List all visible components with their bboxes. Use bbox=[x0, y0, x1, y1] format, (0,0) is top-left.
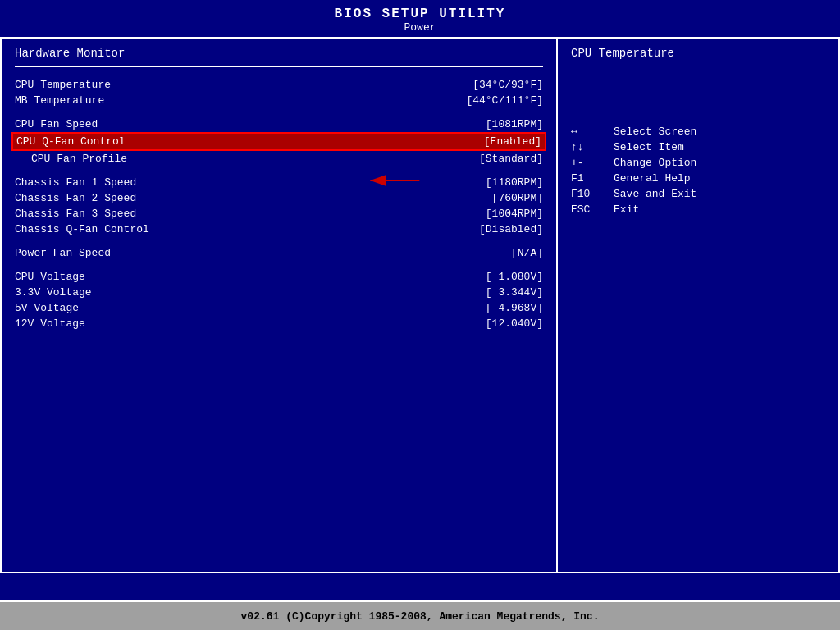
menu-item-label-v5-voltage: 5V Voltage bbox=[15, 302, 79, 314]
menu-item-value-cpu-voltage: [ 1.080V] bbox=[486, 271, 543, 283]
menu-item-value-cpu-qfan: [Enabled] bbox=[484, 135, 541, 148]
menu-item-cpu-voltage[interactable]: CPU Voltage[ 1.080V] bbox=[15, 269, 543, 285]
menu-item-label-chassis-fan2: Chassis Fan 2 Speed bbox=[15, 192, 136, 204]
menu-item-value-cpu-fan-profile: [Standard] bbox=[479, 153, 543, 165]
menu-item-chassis-fan2[interactable]: Chassis Fan 2 Speed[760RPM] bbox=[15, 190, 543, 206]
key-help-item: ↔Select Screen bbox=[571, 126, 825, 138]
right-panel-title: CPU Temperature bbox=[571, 47, 825, 60]
menu-item-value-power-fan: [N/A] bbox=[511, 247, 543, 259]
menu-item-cpu-fan-speed[interactable]: CPU Fan Speed[1081RPM] bbox=[15, 116, 543, 132]
menu-item-cpu-qfan[interactable]: CPU Q-Fan Control[Enabled] bbox=[11, 132, 546, 151]
right-panel: CPU Temperature ↔Select Screen↑↓Select I… bbox=[558, 39, 840, 573]
key-description: Change Option bbox=[614, 157, 696, 169]
menu-item-label-cpu-fan-profile: CPU Fan Profile bbox=[15, 153, 127, 165]
spacer bbox=[15, 261, 543, 269]
key-help-item: +-Change Option bbox=[571, 157, 825, 169]
key-help-item: ↑↓Select Item bbox=[571, 141, 825, 153]
key-description: Exit bbox=[614, 203, 639, 216]
menu-item-v33-voltage[interactable]: 3.3V Voltage[ 3.344V] bbox=[15, 285, 543, 300]
menu-item-label-cpu-voltage: CPU Voltage bbox=[15, 271, 85, 283]
key-symbol: F1 bbox=[571, 172, 604, 185]
menu-item-value-cpu-fan-speed: [1081RPM] bbox=[486, 118, 543, 130]
menu-item-power-fan[interactable]: Power Fan Speed[N/A] bbox=[15, 245, 543, 261]
menu-item-chassis-qfan[interactable]: Chassis Q-Fan Control[Disabled] bbox=[15, 221, 543, 237]
menu-item-label-cpu-temp: CPU Temperature bbox=[15, 79, 111, 91]
menu-item-chassis-fan3[interactable]: Chassis Fan 3 Speed[1004RPM] bbox=[15, 206, 543, 221]
menu-item-value-chassis-qfan: [Disabled] bbox=[479, 223, 543, 235]
left-panel-title: Hardware Monitor bbox=[15, 47, 543, 60]
menu-item-value-chassis-fan3: [1004RPM] bbox=[486, 208, 543, 220]
menu-item-label-mb-temp: MB Temperature bbox=[15, 94, 104, 107]
spacer bbox=[15, 108, 543, 116]
header-subtitle: Power bbox=[0, 21, 840, 34]
key-symbol: ↔ bbox=[571, 126, 604, 138]
key-description: Save and Exit bbox=[614, 188, 696, 200]
menu-item-label-cpu-fan-speed: CPU Fan Speed bbox=[15, 118, 98, 130]
menu-item-value-cpu-temp: [34°C/93°F] bbox=[472, 79, 543, 91]
menu-item-label-power-fan: Power Fan Speed bbox=[15, 247, 111, 259]
menu-item-value-v33-voltage: [ 3.344V] bbox=[486, 286, 543, 299]
menu-item-cpu-fan-profile[interactable]: CPU Fan Profile[Standard] bbox=[15, 151, 543, 167]
key-help-item: F10Save and Exit bbox=[571, 188, 825, 200]
menu-item-value-chassis-fan1: [1180RPM] bbox=[486, 176, 543, 189]
menu-item-label-v12-voltage: 12V Voltage bbox=[15, 317, 85, 330]
key-help-item: ESCExit bbox=[571, 203, 825, 216]
menu-item-label-cpu-qfan: CPU Q-Fan Control bbox=[16, 135, 126, 148]
key-symbol: F10 bbox=[571, 188, 604, 200]
divider bbox=[15, 66, 543, 67]
footer-text: v02.61 (C)Copyright 1985-2008, American … bbox=[241, 610, 600, 623]
header-title: BIOS SETUP UTILITY bbox=[0, 7, 840, 21]
menu-item-value-mb-temp: [44°C/111°F] bbox=[466, 94, 543, 107]
key-symbol: +- bbox=[571, 157, 604, 169]
footer: v02.61 (C)Copyright 1985-2008, American … bbox=[0, 600, 840, 630]
menu-item-chassis-fan1[interactable]: Chassis Fan 1 Speed[1180RPM] bbox=[15, 175, 543, 190]
menu-item-v5-voltage[interactable]: 5V Voltage[ 4.968V] bbox=[15, 300, 543, 316]
menu-item-value-chassis-fan2: [760RPM] bbox=[492, 192, 543, 204]
spacer bbox=[15, 237, 543, 245]
menu-item-v12-voltage[interactable]: 12V Voltage[12.040V] bbox=[15, 316, 543, 331]
key-description: Select Screen bbox=[614, 126, 696, 138]
key-description: General Help bbox=[614, 172, 691, 185]
left-panel: Hardware Monitor CPU Temperature[34°C/93… bbox=[0, 39, 558, 573]
header: BIOS SETUP UTILITY Power bbox=[0, 0, 840, 39]
menu-item-label-chassis-qfan: Chassis Q-Fan Control bbox=[15, 223, 149, 235]
key-symbol: ↑↓ bbox=[571, 141, 604, 153]
menu-item-label-chassis-fan3: Chassis Fan 3 Speed bbox=[15, 208, 136, 220]
key-symbol: ESC bbox=[571, 203, 604, 216]
key-description: Select Item bbox=[614, 141, 684, 153]
menu-item-label-chassis-fan1: Chassis Fan 1 Speed bbox=[15, 176, 136, 189]
menu-item-value-v5-voltage: [ 4.968V] bbox=[486, 302, 543, 314]
menu-item-mb-temp[interactable]: MB Temperature[44°C/111°F] bbox=[15, 93, 543, 108]
menu-item-cpu-temp[interactable]: CPU Temperature[34°C/93°F] bbox=[15, 77, 543, 93]
key-help-item: F1General Help bbox=[571, 172, 825, 185]
spacer bbox=[15, 167, 543, 175]
menu-item-label-v33-voltage: 3.3V Voltage bbox=[15, 286, 92, 299]
menu-item-value-v12-voltage: [12.040V] bbox=[486, 317, 543, 330]
